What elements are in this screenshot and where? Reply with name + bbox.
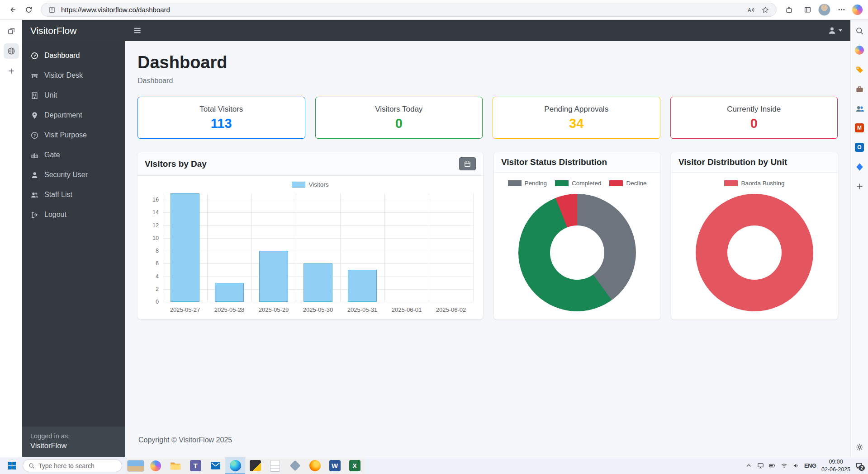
hidden-icons-chevron-icon[interactable] [745,462,752,469]
gridline [296,193,296,302]
back-icon[interactable] [5,2,20,18]
time: 09:00 [821,458,850,465]
bar-2025-05-27[interactable] [171,193,200,302]
legend-label: Pending [525,180,547,187]
marker-icon [30,111,38,119]
sidebar-item-logout[interactable]: Logout [26,205,121,225]
bar-2025-05-29[interactable] [259,251,289,302]
people-icon[interactable] [853,102,866,115]
status-donut-chart[interactable]: PendingCompletedDecline [494,173,660,319]
x-tick-label: 2025-06-02 [429,306,473,313]
breadcrumb[interactable]: Dashboard [138,77,838,85]
sidebar-item-dashboard[interactable]: Dashboard [26,46,121,66]
refresh-icon[interactable] [21,2,36,18]
gridline [163,302,473,302]
taskbar-app-word[interactable]: W [325,457,345,474]
page-title: Dashboard [138,53,838,72]
bar-2025-05-31[interactable] [348,270,377,302]
bar-2025-05-30[interactable] [304,263,333,302]
calendar-button[interactable] [459,157,476,170]
sidebar-item-label: Gate [44,151,60,159]
page-content: Dashboard Dashboard Total Visitors113Vis… [125,41,850,457]
url-text: https://www.visitorflow.co/dashboard [61,6,742,14]
active-tab-globe-icon[interactable] [4,43,19,59]
drop-icon[interactable] [853,160,866,173]
sidebar-item-label: Department [44,111,82,119]
bar-chart[interactable]: Visitors 02468101214162025-05-272025-05-… [138,176,483,319]
taskbar-app-edge[interactable] [225,457,245,474]
notification-center-icon[interactable]: 2 [855,462,863,469]
start-button[interactable] [2,457,22,474]
profile-avatar[interactable] [818,4,830,16]
sidebar-item-security-user[interactable]: Security User [26,165,121,185]
copilot-icon[interactable] [852,5,863,15]
sidebar-item-visitor-desk[interactable]: Visitor Desk [26,66,121,85]
tags-icon[interactable] [853,63,866,76]
settings-icon[interactable] [853,441,866,453]
taskbar-app-copilot[interactable] [146,457,166,474]
microsoft-365-icon[interactable]: M [853,122,866,134]
brand-link[interactable]: VisitorFlow [22,20,125,41]
system-tray: ENG 09:00 02-06-2025 2 [745,458,866,473]
taskbar: Type here to search TWX ENG 09:00 02-06-… [0,457,868,474]
read-aloud-icon[interactable]: A [745,5,756,15]
gridline [163,193,163,302]
page-info-icon[interactable] [47,5,57,15]
sidebar-item-unit[interactable]: Unit [26,85,121,105]
sidebar-item-department[interactable]: Department [26,105,121,125]
favorite-star-icon[interactable] [760,5,771,15]
taskbar-app-mail[interactable] [205,457,225,474]
extensions-icon[interactable] [781,2,797,18]
language-indicator[interactable]: ENG [804,463,816,469]
bar-2025-05-28[interactable] [215,283,244,302]
taskbar-search[interactable]: Type here to search [23,459,122,472]
legend-label: Baorda Bushing [741,180,784,187]
new-tab-icon[interactable] [5,64,18,78]
bar-plot-area: 02468101214162025-05-272025-05-282025-05… [144,191,477,314]
legend-chip [724,180,738,186]
taskbar-app-excel[interactable]: X [345,457,365,474]
copilot-icon[interactable] [853,44,866,56]
sidebar-item-visit-purpose[interactable]: ?Visit Purpose [26,125,121,145]
outlook-icon[interactable]: O [853,141,866,154]
taskbar-app-photos[interactable] [285,457,305,474]
calendar-icon [464,160,471,167]
sidebar-item-label: Dashboard [44,52,80,60]
sidebar-item-gate[interactable]: Gate [26,145,121,165]
volume-icon[interactable] [792,462,799,469]
clock[interactable]: 09:00 02-06-2025 [821,458,850,473]
collections-icon[interactable] [800,2,815,18]
taskbar-app-notepad[interactable] [265,457,285,474]
more-menu-icon[interactable] [834,2,849,18]
add-icon[interactable] [853,180,866,192]
sidebar-toggle-icon[interactable] [133,26,142,35]
svg-text:?: ? [33,132,35,137]
stat-label: Currently Inside [675,105,833,114]
monitor-icon[interactable] [757,462,764,469]
taskbar-apps: TWX [126,457,365,474]
taskbar-app-notes[interactable] [245,457,265,474]
search-icon[interactable] [853,24,866,37]
taskbar-app-news-widget[interactable] [126,457,146,474]
y-tick-label: 16 [144,196,159,203]
unit-donut-chart[interactable]: Baorda Bushing [671,173,838,319]
taskbar-app-teams[interactable]: T [185,457,205,474]
taskbar-app-firefox[interactable] [305,457,325,474]
card-header: Visitors by Day [138,152,483,176]
y-tick-label: 14 [144,209,159,216]
x-tick-label: 2025-05-27 [163,306,207,313]
user-menu[interactable] [828,26,842,35]
chevron-down-icon [839,29,842,32]
wifi-icon[interactable] [781,462,787,469]
edge-sidebar-rail: MO [850,20,868,457]
gridline [163,212,473,213]
app-main: Dashboard Dashboard Total Visitors113Vis… [125,20,850,457]
taskbar-app-file-explorer[interactable] [166,457,185,474]
briefcase-icon[interactable] [853,83,866,95]
address-bar[interactable]: https://www.visitorflow.co/dashboard A [41,3,777,17]
battery-icon[interactable] [769,462,776,469]
sidebar-item-staff-list[interactable]: Staff List [26,185,121,205]
chart-legend: Visitors [144,181,477,188]
tab-actions-icon[interactable] [5,24,18,38]
card-title: Visitor Status Distribution [501,157,607,167]
